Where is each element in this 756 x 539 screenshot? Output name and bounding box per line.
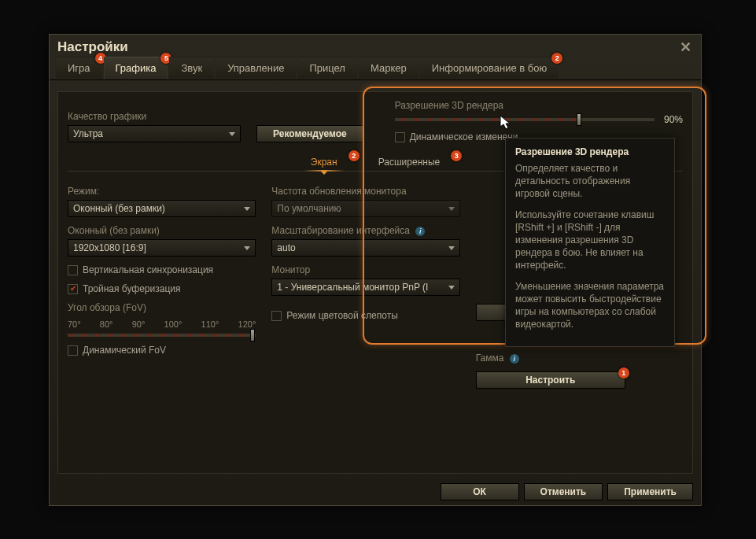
recommended-button[interactable]: Рекомендуемое xyxy=(256,125,363,142)
fov-slider[interactable] xyxy=(68,334,256,337)
chevron-down-icon xyxy=(448,207,455,211)
vsync-label: Вертикальная синхронизация xyxy=(83,264,213,275)
tab-reticle-label: Прицел xyxy=(309,62,345,74)
info-icon[interactable]: i xyxy=(415,227,425,236)
mode-select[interactable]: Оконный (без рамки) xyxy=(68,200,256,217)
apply-button[interactable]: Применить xyxy=(607,483,693,500)
tab-game[interactable]: Игра 4 xyxy=(56,57,102,79)
render3d-label: Разрешение 3D рендера xyxy=(395,100,683,111)
chevron-down-icon xyxy=(244,246,250,250)
main-tabs: Игра 4 Графика 5 Звук Управление Прицел … xyxy=(50,57,701,80)
tooltip-p3: Уменьшение значения параметра может повы… xyxy=(515,280,665,331)
chevron-down-icon xyxy=(321,172,327,175)
render3d-slider[interactable] xyxy=(395,118,655,121)
checkbox-icon xyxy=(395,132,405,142)
fov-mark: 70° xyxy=(68,319,81,329)
tab-graphics-label: Графика xyxy=(116,62,157,74)
fov-label: Угол обзора (FoV) xyxy=(68,302,256,313)
refresh-label: Частота обновления монитора xyxy=(271,186,459,197)
mode-value: Оконный (без рамки) xyxy=(73,203,165,214)
vsync-check[interactable]: Вертикальная синхронизация xyxy=(68,264,256,275)
footer: ОК Отменить Применить xyxy=(441,483,693,500)
cancel-button[interactable]: Отменить xyxy=(524,483,603,500)
tooltip-p1: Определяет качество и детальность отобра… xyxy=(515,162,665,201)
checkbox-icon xyxy=(271,311,282,321)
quality-select[interactable]: Ультра xyxy=(68,125,241,142)
colorblind-check[interactable]: Режим цветовой слепоты xyxy=(271,310,459,321)
tab-sound-label: Звук xyxy=(181,62,202,74)
recommended-label: Рекомендуемое xyxy=(273,128,347,139)
render3d-percent: 90% xyxy=(664,114,683,125)
scale-label: Масштабирование интерфейса i xyxy=(271,225,459,236)
ok-button[interactable]: ОК xyxy=(441,483,519,500)
resolution-value: 1920x1080 [16:9] xyxy=(73,242,146,253)
gamma-btn-label: Настроить xyxy=(526,375,575,386)
monitor-label: Монитор xyxy=(271,264,459,275)
tab-battle-info[interactable]: Информирование в бою 2 xyxy=(420,57,559,79)
column-left: Режим: Оконный (без рамки) Оконный (без … xyxy=(68,186,256,389)
refresh-value: По умолчанию xyxy=(277,203,341,214)
column-middle: Частота обновления монитора По умолчанию… xyxy=(271,186,459,389)
fov-fill xyxy=(68,334,253,337)
checkbox-icon xyxy=(68,345,78,356)
resolution-select[interactable]: 1920x1080 [16:9] xyxy=(68,239,256,257)
subtab-advanced-label: Расширенные xyxy=(378,157,441,168)
colorblind-label: Режим цветовой слепоты xyxy=(286,310,397,321)
tab-battle-info-notif: 2 xyxy=(551,53,562,64)
monitor-select[interactable]: 1 - Универсальный монитор PnP (I xyxy=(271,279,459,296)
gamma-label: Гамма i xyxy=(476,353,683,364)
tab-sound[interactable]: Звук xyxy=(169,57,214,79)
subtab-screen[interactable]: Экран 2 xyxy=(290,153,358,171)
fov-mark: 110° xyxy=(201,319,219,329)
configure-gamma-button[interactable]: Настроить 1 xyxy=(476,371,625,389)
fov-mark: 100° xyxy=(164,319,183,329)
tab-marker[interactable]: Маркер xyxy=(359,57,419,79)
quality-label: Качество графики xyxy=(68,111,241,122)
dynamic-resize-label: Динамическое изменени xyxy=(410,131,518,142)
monitor-value: 1 - Универсальный монитор PnP (I xyxy=(277,282,428,293)
tooltip-title: Разрешение 3D рендера xyxy=(515,146,665,157)
quality-value: Ультра xyxy=(73,128,103,139)
checkbox-icon xyxy=(68,265,78,275)
tab-controls[interactable]: Управление xyxy=(216,57,296,79)
chevron-down-icon xyxy=(244,207,250,211)
chevron-down-icon xyxy=(229,132,235,136)
chevron-down-icon xyxy=(448,246,455,250)
tab-controls-label: Управление xyxy=(227,62,284,74)
scale-value: auto xyxy=(277,242,295,253)
tab-marker-label: Маркер xyxy=(371,62,407,74)
render3d-fill xyxy=(395,118,577,121)
fov-mark: 90° xyxy=(132,319,146,329)
tab-game-label: Игра xyxy=(68,62,90,74)
triple-buffer-label: Тройная буферизация xyxy=(83,283,181,294)
chevron-down-icon xyxy=(448,286,455,290)
tab-battle-info-label: Информирование в бою xyxy=(432,62,548,74)
checkbox-checked-icon xyxy=(68,284,78,294)
window-title: Настройки xyxy=(57,39,128,55)
render3d-thumb[interactable] xyxy=(577,113,581,126)
tab-graphics[interactable]: Графика 5 xyxy=(104,57,168,79)
triple-buffer-check[interactable]: Тройная буферизация xyxy=(68,283,256,294)
dynamic-fov-label: Динамический FoV xyxy=(83,345,166,356)
tab-reticle[interactable]: Прицел xyxy=(297,57,357,79)
subtab-screen-label: Экран xyxy=(311,157,337,168)
fov-mark: 120° xyxy=(238,319,256,329)
fov-thumb[interactable] xyxy=(250,329,255,341)
resolution-label: Оконный (без рамки) xyxy=(68,225,256,236)
mode-label: Режим: xyxy=(68,186,256,197)
dynamic-fov-check[interactable]: Динамический FoV xyxy=(68,345,256,356)
fov-mark: 80° xyxy=(100,319,113,329)
subtab-advanced[interactable]: Расширенные 3 xyxy=(358,153,461,171)
close-icon[interactable]: ✕ xyxy=(677,39,693,55)
tooltip-p2: Используйте сочетание клавиш [RShift +] … xyxy=(515,209,665,272)
fov-scale: 70° 80° 90° 100° 110° 120° xyxy=(68,316,256,330)
gamma-notif: 1 xyxy=(618,367,629,378)
tooltip-render3d: Разрешение 3D рендера Определяет качеств… xyxy=(505,138,675,347)
scale-select[interactable]: auto xyxy=(271,239,459,257)
refresh-select[interactable]: По умолчанию xyxy=(271,200,459,217)
titlebar: Настройки ✕ xyxy=(50,35,701,57)
info-icon[interactable]: i xyxy=(510,354,519,364)
subtab-advanced-notif: 3 xyxy=(451,150,462,161)
